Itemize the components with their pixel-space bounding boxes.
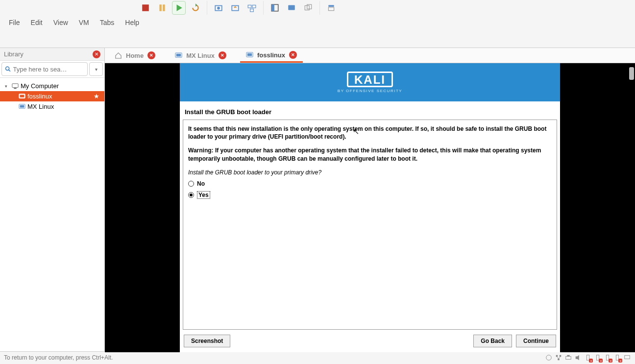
usb-icon[interactable]: ✕: [584, 353, 592, 362]
svg-line-34: [557, 357, 559, 359]
menu-edit[interactable]: Edit: [26, 17, 48, 28]
vm-icon: [246, 51, 253, 59]
svg-point-18: [6, 67, 9, 70]
radio-no-label: No: [197, 180, 205, 187]
fullscreen-icon[interactable]: [268, 1, 282, 15]
computer-icon: [12, 83, 19, 90]
svg-rect-43: [624, 355, 630, 359]
svg-rect-27: [176, 53, 181, 56]
kali-logo: KALI: [347, 72, 393, 87]
search-dropdown[interactable]: ▾: [89, 62, 103, 76]
tree-item-fosslinux[interactable]: fosslinux ★: [0, 91, 104, 101]
sidebar-header: Library ✕: [0, 48, 104, 61]
tree-root-my-computer[interactable]: ▾ My Computer: [0, 81, 104, 91]
vm-tree: ▾ My Computer fosslinux ★ MX Linux: [0, 78, 104, 115]
pause-icon[interactable]: [155, 1, 169, 15]
sidebar-title: Library: [4, 50, 24, 58]
svg-rect-16: [328, 5, 334, 6]
vm-console[interactable]: KALI BY OFFENSIVE SECURITY Install the G…: [105, 63, 635, 352]
search-input[interactable]: [13, 66, 84, 73]
svg-marker-4: [195, 3, 197, 7]
installer-question: Install the GRUB boot loader to your pri…: [188, 169, 552, 176]
search-box[interactable]: [1, 62, 88, 76]
svg-marker-3: [177, 4, 182, 11]
installer-para1: It seems that this new installation is t…: [188, 125, 552, 141]
radio-option-yes[interactable]: Yes: [188, 191, 552, 199]
menu-view[interactable]: View: [49, 17, 73, 28]
toolbar: [0, 0, 635, 17]
printer-icon[interactable]: [564, 353, 572, 362]
tree-item-label: MX Linux: [27, 103, 54, 110]
svg-rect-9: [252, 5, 256, 8]
menu-help[interactable]: Help: [120, 17, 144, 28]
tab-fosslinux[interactable]: fosslinux ✕: [240, 48, 303, 63]
continue-button[interactable]: Continue: [516, 335, 556, 347]
svg-rect-29: [247, 53, 252, 56]
revert-snapshot-icon[interactable]: [228, 1, 242, 15]
svg-rect-13: [288, 5, 295, 10]
snapshot-icon[interactable]: [212, 1, 225, 15]
kali-tagline: BY OFFENSIVE SECURITY: [338, 89, 402, 93]
tab-mxlinux[interactable]: MX Linux ✕: [169, 49, 232, 62]
display-icon[interactable]: [623, 353, 631, 362]
tab-home[interactable]: Home ✕: [109, 49, 161, 62]
console-view-icon[interactable]: [285, 1, 298, 15]
installer-content: It seems that this new installation is t…: [183, 120, 557, 330]
close-tab-icon[interactable]: ✕: [289, 51, 297, 59]
show-all-tabs-icon[interactable]: [324, 1, 338, 15]
status-bar: To return to your computer, press Ctrl+A…: [0, 351, 635, 363]
tree-root-label: My Computer: [21, 82, 59, 90]
svg-rect-2: [163, 4, 165, 11]
radio-option-no[interactable]: No: [188, 180, 552, 187]
power-off-icon[interactable]: [139, 1, 152, 15]
snapshot-manager-icon[interactable]: [245, 1, 259, 15]
svg-rect-21: [14, 88, 16, 89]
search-icon: [5, 66, 11, 73]
sound-icon[interactable]: [574, 353, 582, 362]
collapse-arrow-icon: ▾: [5, 84, 10, 89]
unity-icon[interactable]: [301, 1, 315, 15]
screenshot-button[interactable]: Screenshot: [184, 335, 230, 347]
tree-item-mxlinux[interactable]: MX Linux: [0, 101, 104, 112]
favorite-star-icon: ★: [94, 93, 99, 100]
hard-disk-icon[interactable]: [544, 353, 553, 362]
svg-rect-36: [565, 356, 571, 359]
svg-rect-32: [559, 355, 561, 357]
restart-icon[interactable]: [189, 1, 202, 15]
vertical-scrollbar[interactable]: [629, 67, 634, 80]
close-tab-icon[interactable]: ✕: [219, 51, 226, 59]
status-icons: ✕ ✕ ✕ ✕: [544, 353, 631, 362]
close-sidebar-icon[interactable]: ✕: [93, 50, 100, 58]
network-icon[interactable]: [554, 353, 562, 362]
close-tab-icon[interactable]: ✕: [147, 51, 155, 59]
play-icon[interactable]: [172, 1, 186, 15]
vm-icon: [19, 93, 25, 100]
home-icon: [115, 52, 122, 59]
tab-label: Home: [126, 52, 144, 59]
status-text: To return to your computer, press Ctrl+A…: [4, 354, 113, 361]
installer-heading: Install the GRUB boot loader: [180, 101, 560, 120]
main-panel: Home ✕ MX Linux ✕ fosslinux ✕ KALI: [105, 48, 635, 351]
vm-tabs: Home ✕ MX Linux ✕ fosslinux ✕: [105, 48, 635, 63]
svg-rect-23: [20, 95, 24, 97]
tree-item-label: fosslinux: [27, 93, 52, 100]
tab-label: MX Linux: [186, 52, 215, 59]
menu-vm[interactable]: VM: [74, 17, 94, 28]
svg-rect-25: [20, 105, 24, 107]
vm-icon: [19, 103, 25, 110]
vm-icon: [175, 52, 182, 59]
usb-icon[interactable]: ✕: [593, 353, 602, 362]
installer-button-row: Screenshot Go Back Continue: [180, 330, 560, 352]
usb-icon[interactable]: ✕: [603, 353, 611, 362]
menu-file[interactable]: File: [4, 17, 25, 28]
svg-point-30: [546, 355, 551, 360]
goback-button[interactable]: Go Back: [473, 335, 512, 347]
usb-icon[interactable]: ✕: [613, 353, 621, 362]
svg-rect-10: [250, 9, 254, 12]
svg-rect-1: [159, 4, 162, 11]
svg-point-6: [217, 7, 220, 10]
svg-rect-17: [328, 7, 334, 11]
radio-no-icon: [188, 181, 194, 187]
installer-para2: Warning: If your computer has another op…: [188, 146, 552, 162]
menu-tabs[interactable]: Tabs: [95, 17, 120, 28]
